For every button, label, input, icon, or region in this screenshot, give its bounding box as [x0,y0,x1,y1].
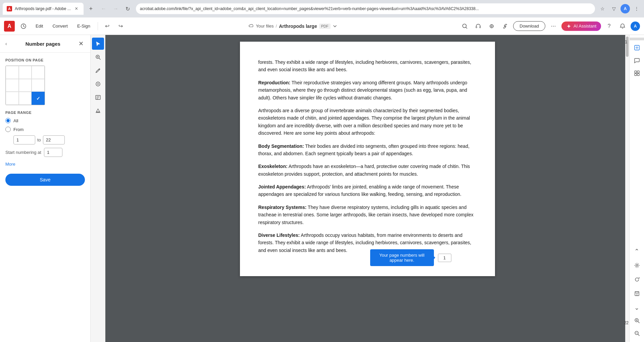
cursor-icon [95,41,101,47]
pdf-para-7: Respiratory Systems: They have diverse r… [258,204,477,226]
pos-bot-right[interactable] [32,92,45,105]
pos-mid-right[interactable] [32,79,45,92]
download-button[interactable]: Download [513,21,545,31]
save-button[interactable]: Save [5,174,85,186]
panel-title: Number pages [26,41,60,47]
para7-title: Respiratory Systems: [258,205,307,210]
more-link[interactable]: More [5,162,15,167]
link-button[interactable] [500,21,510,32]
pdf-para-2: Reproduction: Their reproductive strateg… [258,79,477,101]
zoom-out-button[interactable] [631,327,643,339]
range-inputs: From to [13,135,85,144]
pos-mid-center[interactable] [19,79,32,92]
start-number-input[interactable] [44,148,62,157]
back-button[interactable]: ← [98,3,109,14]
start-number-label: Start numbering at [5,150,41,155]
address-bar[interactable]: acrobat.adobe.com/link/file/?x_api_clien… [136,3,595,14]
browser-tab[interactable]: A Arthropods large.pdf - Adobe ... × [3,3,84,15]
pos-top-left[interactable] [6,66,19,79]
user-avatar[interactable]: A [631,22,640,31]
from-input[interactable] [13,135,35,144]
ai-icon [566,24,572,29]
zoom-in-button[interactable] [631,314,643,327]
redo-button[interactable]: ↪ [115,21,126,32]
refresh-button[interactable] [631,273,643,286]
forward-button[interactable]: → [110,3,121,14]
link-tool-button[interactable] [92,78,104,90]
chevron-down-icon[interactable] [333,24,337,29]
bookmark-button[interactable]: ☆ [598,4,607,13]
position-grid[interactable] [5,66,45,105]
ai-enhance-button[interactable] [486,21,497,32]
scroll-bar[interactable] [625,35,629,342]
pdf-para-4: Body Segmentation: Their bodies are divi… [258,142,477,158]
search-button[interactable] [459,21,470,32]
para2-title: Reproduction: [258,80,291,85]
tab-close-button[interactable]: × [73,6,80,12]
pos-top-right[interactable] [32,66,45,79]
more-options-button[interactable]: ··· [548,21,559,32]
grid-icon [634,70,640,76]
settings-gear-button[interactable] [631,259,643,271]
esign-button[interactable]: E-Sign [74,22,94,31]
extension-button[interactable]: ▽ [609,4,618,13]
stamp-icon [95,108,101,114]
zoom-tool-button[interactable] [92,51,104,63]
position-section-label: POSITION ON PAGE [5,58,85,62]
pen-tool-button[interactable] [92,65,104,77]
to-input[interactable] [43,135,65,144]
convert-button[interactable]: Convert [49,22,71,31]
adobe-toolbar: A Edit Convert E-Sign ↩ ↪ Your files / A… [0,17,644,35]
save-right-button[interactable] [631,288,643,300]
pdf-badge: PDF [319,24,331,29]
page-num-bottom: 22 [624,320,629,325]
pos-top-center[interactable] [19,66,32,79]
pos-mid-left[interactable] [6,79,19,92]
zoom-out-icon [634,330,640,336]
right-edit-button[interactable] [631,42,643,54]
your-files-link[interactable]: Your files [256,24,274,29]
new-tab-button[interactable]: + [86,4,96,13]
select-tool-button[interactable] [92,38,104,50]
help-button[interactable]: ? [604,21,614,32]
svg-rect-13 [637,74,639,76]
breadcrumb-slash: / [276,24,277,29]
para5-title: Exoskeleton: [258,164,288,169]
edit-button[interactable]: Edit [32,22,46,31]
adobe-logo: A [4,21,15,32]
panel-back-button[interactable]: ‹ [5,41,7,46]
number-pages-panel: ‹ Number pages ✕ POSITION ON PAGE PAGE R… [0,35,91,342]
from-radio[interactable] [5,127,11,132]
settings-button[interactable]: ⋮ [632,4,641,13]
text-tool-button[interactable] [92,91,104,103]
all-radio-row: All [5,118,85,123]
reload-button[interactable]: ↻ [122,3,133,14]
page-range-section: PAGE RANGE All From From to Start numbe [5,111,85,167]
comment-icon [634,57,640,63]
scroll-down-button[interactable]: ⌄ [631,302,643,314]
stamp-tool-button[interactable] [92,105,104,117]
para6-title: Jointed Appendages: [258,184,306,189]
pos-bot-center[interactable] [19,92,32,105]
profile-button[interactable]: A [621,4,630,13]
toolbar-divider [98,22,98,30]
ai-assistant-button[interactable]: AI Assistant [561,22,601,31]
audio-button[interactable] [473,21,484,32]
svg-point-6 [96,82,100,86]
pos-bot-left[interactable] [6,92,19,105]
search-icon [462,23,468,29]
right-comment-button[interactable] [631,54,643,67]
from-radio-row: From [5,127,85,132]
zoom-icon [95,54,101,60]
pdf-para-1: forests. They exhibit a wide range of li… [258,58,477,74]
all-radio[interactable] [5,118,11,123]
notifications-button[interactable] [617,21,628,32]
history-button[interactable] [17,22,30,31]
scroll-up-button[interactable]: ⌃ [631,245,643,257]
para8-title: Diverse Lifestyles: [258,232,300,238]
tab-title: Arthropods large.pdf - Adobe ... [15,6,71,11]
undo-button[interactable]: ↩ [102,21,113,32]
right-grid-button[interactable] [631,67,643,79]
panel-close-button[interactable]: ✕ [77,40,85,48]
cloud-icon [249,24,254,29]
